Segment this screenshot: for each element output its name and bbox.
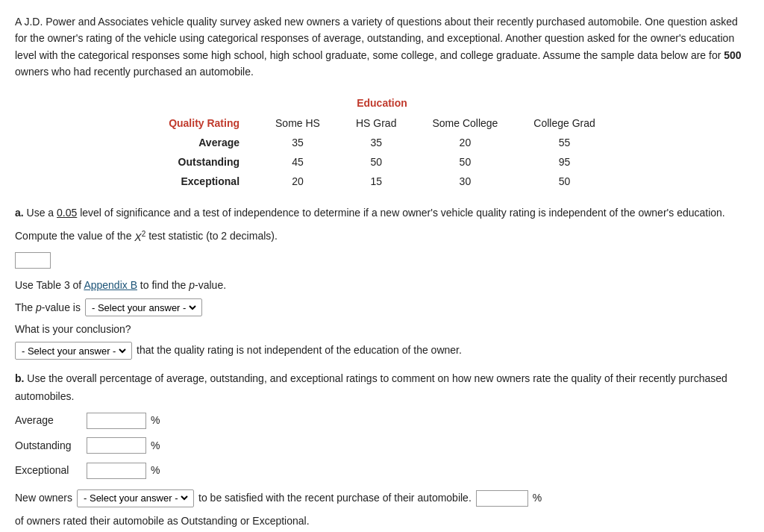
outstanding-row-label: Outstanding xyxy=(15,437,82,455)
table-row-outstanding: Outstanding 45 50 50 95 xyxy=(151,152,613,172)
exceptional-row-label: Exceptional xyxy=(15,462,82,480)
chi-square-symbol: X2 xyxy=(134,228,145,246)
outstanding-exceptional-pct-input[interactable] xyxy=(476,490,528,507)
significance-value: 0.05 xyxy=(57,207,77,219)
intro-text-2: owners who had recently purchased an aut… xyxy=(15,66,254,78)
pvalue-select[interactable]: - Select your answer - less than .005 be… xyxy=(89,301,198,314)
new-owners-text2: to be satisfied with the recent purchase… xyxy=(198,489,472,507)
conclusion-question: What is your conclusion? xyxy=(15,321,749,339)
conclusion-select[interactable]: - Select your answer - Reject H0 Do not … xyxy=(19,345,128,357)
chi-exponent: 2 xyxy=(142,230,146,238)
intro-text-1: A J.D. Power and Associates vehicle qual… xyxy=(15,16,738,61)
new-owners-select[interactable]: - Select your answer - appear do not app… xyxy=(81,492,190,504)
outstanding-input[interactable] xyxy=(87,437,146,454)
pvalue-label-1: The p-value is xyxy=(15,299,81,317)
average-college-grad: 55 xyxy=(516,133,613,152)
average-row: Average % xyxy=(15,412,749,430)
average-input[interactable] xyxy=(87,413,146,429)
outstanding-college-grad: 95 xyxy=(516,152,613,172)
pvalue-select-wrapper[interactable]: - Select your answer - less than .005 be… xyxy=(85,298,202,316)
exceptional-some-college: 30 xyxy=(414,172,516,191)
compute-text: Compute the value of the xyxy=(15,231,134,242)
outstanding-label: Outstanding xyxy=(151,152,257,172)
exceptional-some-hs: 20 xyxy=(257,172,338,191)
intro-paragraph: A J.D. Power and Associates vehicle qual… xyxy=(15,13,749,81)
part-a-text1: Use a 0.05 level of significance and a t… xyxy=(27,207,725,219)
pvalue-instruction: Use Table 3 of Appendix B to find the p-… xyxy=(15,277,749,295)
table-row-average: Average 35 35 20 55 xyxy=(151,133,613,152)
outstanding-some-hs: 45 xyxy=(257,152,338,172)
average-some-college: 20 xyxy=(414,133,516,152)
conclusion-row: - Select your answer - Reject H0 Do not … xyxy=(15,342,749,360)
chi-statistic-input-row xyxy=(15,251,749,269)
intro-bold-number: 500 xyxy=(724,49,741,61)
data-table: Quality Rating Some HS HS Grad Some Coll… xyxy=(151,113,613,191)
part-b-label: b. xyxy=(15,372,24,384)
compute-instruction: Compute the value of the X2 test statist… xyxy=(15,228,749,246)
exceptional-label: Exceptional xyxy=(151,172,257,191)
chi-letter: X xyxy=(134,231,141,243)
education-label: Education xyxy=(357,97,407,109)
exceptional-percent: % xyxy=(151,462,160,480)
compute-text2: test statistic (to 2 decimals). xyxy=(148,231,278,242)
outstanding-some-college: 50 xyxy=(414,152,516,172)
pvalue-text2: to find the xyxy=(137,279,189,291)
partb-inputs: Average % Outstanding % Exceptional % xyxy=(15,412,749,480)
part-a-instruction: a. Use a 0.05 level of significance and … xyxy=(15,204,749,222)
some-hs-header: Some HS xyxy=(257,113,338,133)
chi-statistic-input[interactable] xyxy=(15,252,51,269)
quality-rating-header: Quality Rating xyxy=(151,113,257,133)
part-a-label: a. xyxy=(15,207,24,219)
exceptional-row: Exceptional % xyxy=(15,462,749,480)
average-some-hs: 35 xyxy=(257,133,338,152)
appendix-b-link[interactable]: Appendix B xyxy=(84,279,137,291)
p-label-italic: p xyxy=(36,301,42,313)
outstanding-hs-grad: 50 xyxy=(338,152,414,172)
outstanding-row: Outstanding % xyxy=(15,437,749,455)
conclusion-select-wrapper[interactable]: - Select your answer - Reject H0 Do not … xyxy=(15,342,132,360)
pvalue-text1: Use Table 3 of xyxy=(15,279,84,291)
average-hs-grad: 35 xyxy=(338,133,414,152)
conclusion-text: that the quality rating is not independe… xyxy=(137,342,462,360)
exceptional-hs-grad: 15 xyxy=(338,172,414,191)
some-college-header: Some College xyxy=(414,113,516,133)
new-owners-select-wrapper[interactable]: - Select your answer - appear do not app… xyxy=(77,489,194,507)
hs-grad-header: HS Grad xyxy=(338,113,414,133)
part-b-section: b. Use the overall percentage of average… xyxy=(15,370,749,532)
data-table-section: Education Quality Rating Some HS HS Grad… xyxy=(15,97,749,191)
p-italic: p xyxy=(189,279,195,291)
new-owners-row: New owners - Select your answer - appear… xyxy=(15,489,749,531)
table-row-exceptional: Exceptional 20 15 30 50 xyxy=(151,172,613,191)
outstanding-percent: % xyxy=(151,437,160,455)
new-owners-text1: New owners xyxy=(15,489,72,507)
pvalue-row: The p-value is - Select your answer - le… xyxy=(15,298,749,316)
part-a-section: a. Use a 0.05 level of significance and … xyxy=(15,204,749,360)
new-owners-pct-sign: % xyxy=(533,489,542,507)
new-owners-text3: of owners rated their automobile as Outs… xyxy=(15,512,310,531)
part-b-instruction: b. Use the overall percentage of average… xyxy=(15,370,749,406)
average-label: Average xyxy=(151,133,257,152)
pvalue-text3: -value. xyxy=(195,279,226,291)
college-grad-header: College Grad xyxy=(516,113,613,133)
average-percent: % xyxy=(151,412,160,430)
average-row-label: Average xyxy=(15,412,82,430)
exceptional-college-grad: 50 xyxy=(516,172,613,191)
exceptional-input[interactable] xyxy=(87,463,146,479)
part-b-text: Use the overall percentage of average, o… xyxy=(15,372,727,402)
